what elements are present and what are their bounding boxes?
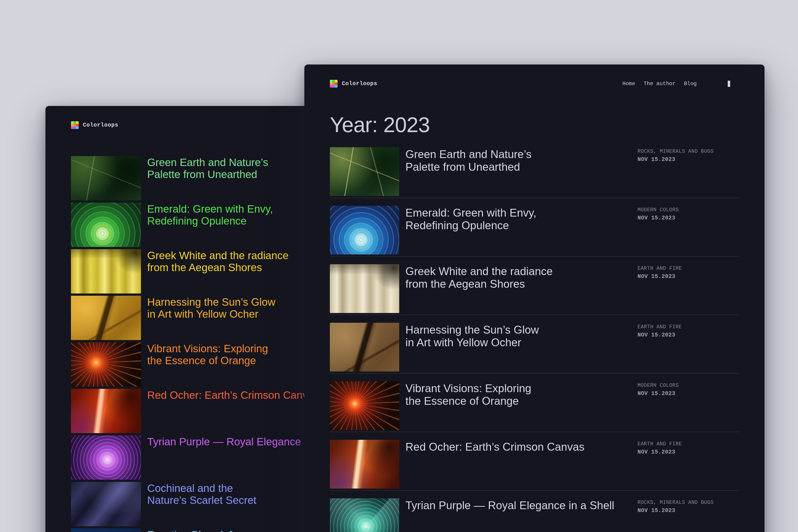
post-date: NOV 15.2023: [638, 215, 739, 221]
brand-name: Colorloops: [83, 122, 118, 128]
text-cursor-icon: [728, 81, 730, 87]
shell-thumbnail: [71, 435, 141, 480]
logo-swatch: [71, 126, 74, 129]
post-title: Emerald: Green with Envy, Redefining Opu…: [405, 206, 638, 232]
shell-thumbnail: [330, 498, 399, 532]
desktop-background: { "colors": { "page_bg": "#d2d5db", "win…: [0, 0, 798, 532]
post-row[interactable]: Tyrian Purple — Royal Elegance in a Shel…: [330, 498, 739, 532]
post-category: MODERN COLORS: [638, 383, 739, 388]
brand[interactable]: Colorloops: [330, 80, 377, 88]
logo-icon: [71, 121, 79, 129]
crack-thumbnail: [71, 296, 141, 340]
page-title: Year: 2023: [330, 114, 739, 135]
blue-thumbnail: [71, 529, 141, 532]
post-category: MODERN COLORS: [638, 207, 739, 213]
logo-swatch: [76, 126, 79, 129]
logo-swatch: [332, 85, 335, 88]
front-window-header: Colorloops Home The author Blog: [330, 64, 739, 88]
post-category: ROCKS, MINERALS AND BUGS: [638, 149, 739, 154]
front-post-list: Green Earth and Nature’s Palette from Un…: [330, 147, 739, 532]
silk-thumbnail: [71, 482, 141, 526]
logo-swatch: [330, 80, 332, 82]
post-title: Red Ocher: Earth’s Crimson Canvas: [405, 440, 638, 453]
post-title: Tyrian Purple — Royal Elegance in a Shel…: [405, 498, 638, 512]
sparks-thumbnail: [71, 342, 141, 386]
logo-swatch: [76, 124, 79, 127]
canyon-thumbnail: [71, 389, 141, 433]
post-date: NOV 15.2023: [638, 507, 739, 514]
statues-thumbnail: [330, 264, 399, 313]
nav-item-blog[interactable]: Blog: [684, 81, 697, 87]
post-row[interactable]: Harnessing the Sun’s Glow in Art with Ye…: [330, 323, 739, 374]
post-title: Green Earth and Nature’s Palette from Un…: [405, 147, 638, 173]
terrain-thumbnail: [330, 147, 399, 196]
brand-name: Colorloops: [342, 80, 377, 87]
canyon-thumbnail: [330, 440, 399, 489]
logo-swatch: [71, 121, 74, 124]
agate-thumbnail: [330, 206, 399, 254]
statues-thumbnail: [71, 249, 141, 293]
post-date: NOV 15.2023: [638, 449, 739, 455]
post-row[interactable]: Green Earth and Nature’s Palette from Un…: [330, 147, 739, 198]
nav-item-the-author[interactable]: The author: [644, 81, 676, 87]
post-meta: EARTH AND FIRE NOV 15.2023: [638, 323, 739, 338]
main-nav: Home The author Blog: [623, 81, 739, 87]
nav-item-home[interactable]: Home: [623, 81, 635, 87]
post-date: NOV 15.2023: [638, 156, 739, 163]
sparks-thumbnail: [330, 381, 399, 430]
post-title: Harnessing the Sun’s Glow in Art with Ye…: [405, 323, 638, 349]
logo-swatch: [330, 85, 332, 88]
logo-swatch: [335, 80, 338, 82]
post-category: ROCKS, MINERALS AND BUGS: [638, 500, 739, 506]
logo-swatch: [74, 124, 76, 127]
post-date: NOV 15.2023: [638, 332, 739, 338]
post-row[interactable]: Emerald: Green with Envy, Redefining Opu…: [330, 206, 739, 256]
post-title: Greek White and the radiance from the Ae…: [405, 264, 638, 290]
logo-swatch: [330, 82, 332, 85]
post-category: EARTH AND FIRE: [638, 266, 739, 271]
post-meta: EARTH AND FIRE NOV 15.2023: [638, 440, 739, 455]
logo-swatch: [74, 126, 76, 129]
logo-swatch: [332, 82, 335, 85]
logo-swatch: [332, 80, 335, 82]
post-meta: MODERN COLORS NOV 15.2023: [638, 381, 739, 397]
post-meta: ROCKS, MINERALS AND BUGS NOV 15.2023: [638, 147, 739, 163]
post-meta: MODERN COLORS NOV 15.2023: [638, 206, 739, 221]
post-row[interactable]: Greek White and the radiance from the Ae…: [330, 264, 739, 315]
terrain-thumbnail: [71, 156, 141, 201]
post-title: Vibrant Visions: Exploring the Essence o…: [405, 381, 638, 407]
post-category: EARTH AND FIRE: [638, 324, 739, 330]
post-date: NOV 15.2023: [638, 391, 739, 397]
post-date: NOV 15.2023: [638, 273, 739, 280]
front-browser-window[interactable]: Colorloops Home The author Blog Year: 20…: [304, 64, 764, 532]
crack-thumbnail: [330, 323, 399, 372]
logo-swatch: [76, 121, 79, 124]
post-row[interactable]: Red Ocher: Earth’s Crimson Canvas EARTH …: [330, 440, 739, 491]
post-category: EARTH AND FIRE: [638, 441, 739, 447]
logo-swatch: [74, 121, 76, 124]
logo-swatch: [335, 85, 338, 88]
post-meta: EARTH AND FIRE NOV 15.2023: [638, 264, 739, 280]
logo-swatch: [335, 82, 338, 85]
post-meta: ROCKS, MINERALS AND BUGS NOV 15.2023: [638, 498, 739, 514]
logo-icon: [330, 80, 338, 88]
brand[interactable]: Colorloops: [71, 121, 118, 129]
logo-swatch: [71, 124, 74, 127]
agate-thumbnail: [71, 203, 141, 247]
post-row[interactable]: Vibrant Visions: Exploring the Essence o…: [330, 381, 739, 432]
